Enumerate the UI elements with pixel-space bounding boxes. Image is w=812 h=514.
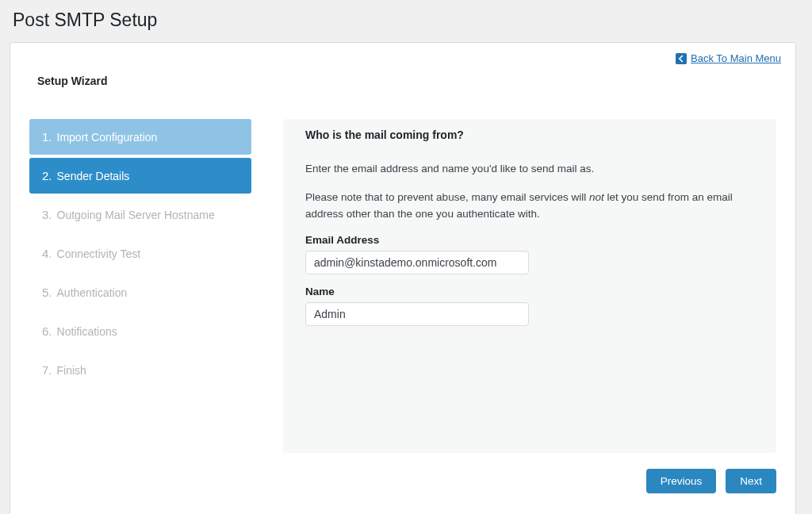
step-outgoing-mail-server-hostname[interactable]: 3. Outgoing Mail Server Hostname (29, 197, 251, 232)
step-label: Finish (57, 364, 86, 377)
step-sender-details[interactable]: 2. Sender Details (29, 158, 251, 194)
arrow-left-icon (676, 53, 687, 64)
step-connectivity-test[interactable]: 4. Connectivity Test (29, 236, 251, 271)
panel-intro: Enter the email address and name you'd l… (305, 160, 754, 178)
step-finish[interactable]: 7. Finish (29, 352, 251, 388)
step-label: Outgoing Mail Server Hostname (57, 209, 215, 221)
wizard-panel: Who is the mail coming from? Enter the e… (283, 119, 776, 453)
wizard-card: Back To Main Menu Setup Wizard 1. Import… (10, 42, 796, 514)
panel-heading: Who is the mail coming from? (305, 128, 754, 141)
card-subtitle: Setup Wizard (37, 75, 776, 87)
page-title: Post SMTP Setup (10, 10, 796, 31)
step-number: 6. (42, 324, 52, 338)
panel-note: Please note that to prevent abuse, many … (305, 189, 754, 223)
wizard-buttons: Previous Next (29, 469, 776, 493)
step-import-configuration[interactable]: 1. Import Configuration (29, 119, 251, 155)
step-label: Notifications (57, 325, 117, 338)
step-label: Sender Details (57, 170, 130, 182)
previous-button[interactable]: Previous (646, 469, 717, 493)
step-number: 2. (42, 169, 52, 182)
step-notifications[interactable]: 6. Notifications (29, 313, 251, 349)
email-field[interactable] (305, 251, 529, 274)
next-button[interactable]: Next (726, 469, 776, 493)
step-label: Connectivity Test (57, 247, 141, 260)
step-authentication[interactable]: 5. Authentication (29, 274, 251, 310)
step-number: 5. (42, 286, 52, 299)
step-number: 1. (42, 130, 52, 144)
step-number: 4. (42, 247, 52, 260)
back-link-label: Back To Main Menu (691, 52, 781, 64)
wizard-steps: 1. Import Configuration 2. Sender Detail… (29, 119, 251, 453)
step-label: Import Configuration (57, 131, 158, 144)
name-label: Name (305, 286, 754, 297)
svg-rect-0 (676, 53, 687, 64)
step-number: 7. (42, 363, 52, 377)
back-to-main-link[interactable]: Back To Main Menu (676, 52, 781, 64)
name-field[interactable] (305, 302, 529, 326)
step-label: Authentication (57, 286, 128, 299)
step-number: 3. (42, 208, 52, 221)
email-label: Email Address (305, 234, 754, 246)
